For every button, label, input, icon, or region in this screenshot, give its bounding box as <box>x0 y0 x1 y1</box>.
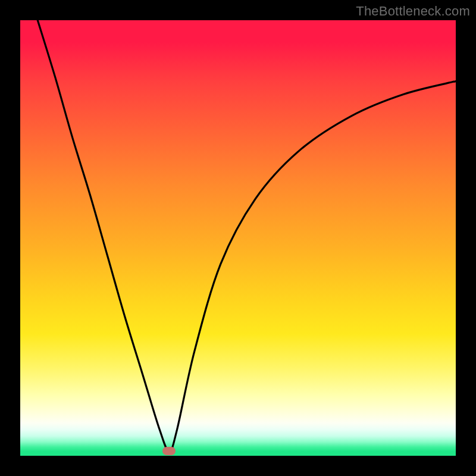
plot-area <box>20 20 456 456</box>
watermark-text: TheBottleneck.com <box>356 4 470 19</box>
bottleneck-curve <box>37 20 456 452</box>
chart-frame: TheBottleneck.com <box>0 0 476 476</box>
curve-layer <box>20 20 456 456</box>
minimum-marker <box>162 447 176 455</box>
